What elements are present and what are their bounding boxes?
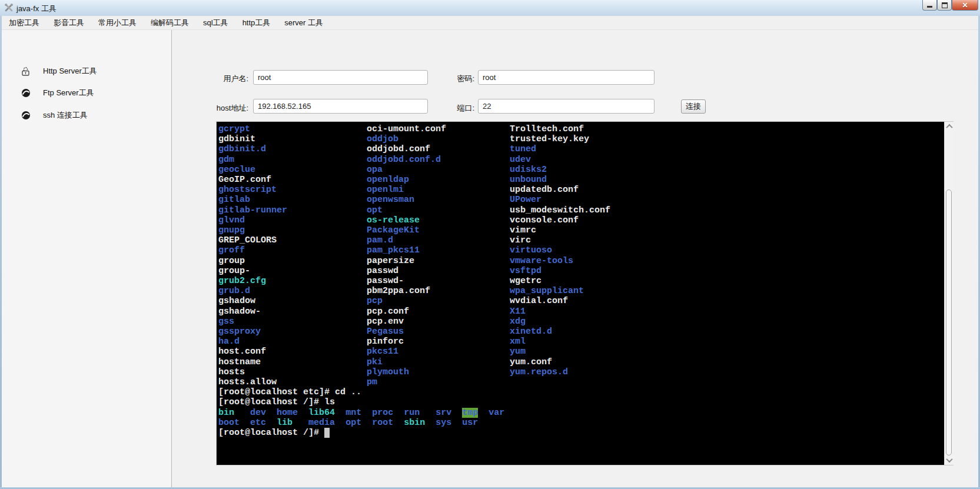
terminal-line: group papersize vmware-tools (218, 256, 943, 266)
terminal-line: gdbinit oddjob trusted-key.key (218, 134, 943, 144)
menu-item-6[interactable]: http工具 (235, 16, 278, 29)
title-bar: java-fx 工具 ✕ (0, 0, 980, 16)
terminal-scrollbar[interactable] (944, 122, 954, 465)
terminal-line: groff pam_pkcs11 virtuoso (218, 245, 943, 255)
password-input[interactable] (478, 70, 655, 85)
terminal-line: ha.d pinforc xml (218, 337, 943, 347)
terminal-panel: gcrypt oci-umount.conf Trolltech.confgdb… (216, 121, 954, 465)
terminal-line: gssproxy Pegasus xinetd.d (218, 327, 943, 337)
terminal-line: group- passwd vsftpd (218, 266, 943, 276)
terminal-line: hosts plymouth yum.repos.d (218, 367, 943, 377)
tools-icon (4, 3, 14, 12)
close-icon: ✕ (962, 1, 968, 10)
menu-item-2[interactable]: 影音工具 (46, 16, 91, 29)
connect-button[interactable]: 连接 (681, 99, 706, 114)
menu-item-5[interactable]: sql工具 (196, 16, 235, 29)
menu-bar: 加密工具影音工具常用小工具编解码工具sql工具http工具server 工具 (2, 16, 978, 30)
sidebar-item-ftp-server[interactable]: Ftp Server工具 (2, 85, 171, 101)
terminal-line: gshadow- pcp.conf X11 (218, 307, 943, 317)
minimize-button[interactable] (922, 0, 937, 11)
terminal-line: gshadow pcp wvdial.conf (218, 296, 943, 306)
sidebar-item-label: ssh 连接工具 (43, 110, 88, 121)
terminal-line: gcrypt oci-umount.conf Trolltech.conf (218, 124, 943, 134)
menu-item-3[interactable]: 常用小工具 (91, 16, 144, 29)
maximize-button[interactable] (937, 0, 952, 11)
menu-item-1[interactable]: 加密工具 (2, 16, 46, 29)
sidebar-item-http-server[interactable]: Http Server工具 (2, 64, 171, 79)
globe-icon (21, 88, 31, 98)
terminal-line: GeoIP.conf openldap unbound (218, 175, 943, 185)
terminal-cursor (324, 428, 330, 438)
app-window: java-fx 工具 ✕ 加密工具影音工具常用小工具编解码工具sql工具http… (0, 0, 980, 489)
scroll-down-button[interactable] (945, 455, 954, 465)
menu-item-7[interactable]: server 工具 (277, 16, 330, 29)
terminal-line: [root@localhost /]# ls (218, 397, 943, 407)
terminal-line: gitlab-runner opt usb_modeswitch.conf (218, 205, 943, 215)
terminal-line: grub2.cfg passwd- wgetrc (218, 276, 943, 286)
scroll-up-button[interactable] (945, 122, 954, 131)
terminal-line: gnupg PackageKit vimrc (218, 225, 943, 235)
window-title: java-fx 工具 (16, 4, 57, 14)
scrollbar-thumb[interactable] (946, 189, 952, 455)
username-input[interactable] (253, 70, 428, 85)
terminal-line: gitlab openwsman UPower (218, 195, 943, 205)
terminal-line: glvnd os-release vconsole.conf (218, 215, 943, 225)
close-button[interactable]: ✕ (952, 0, 978, 11)
sidebar-item-label: Ftp Server工具 (43, 88, 94, 98)
terminal-line: gdm oddjobd.conf.d udev (218, 155, 943, 165)
port-input[interactable] (478, 99, 655, 114)
terminal-line: bin dev home lib64 mnt proc run srv tmp … (218, 408, 943, 418)
terminal-line: grub.d pbm2ppa.conf wpa_supplicant (218, 286, 943, 296)
sidebar: Http Server工具 Ftp Server工具 ssh 连接工具 (2, 30, 171, 487)
terminal-line: gss pcp.env xdg (218, 317, 943, 327)
terminal-line: ghostscript openlmi updatedb.conf (218, 185, 943, 195)
password-label: 密码: (445, 74, 474, 84)
host-label: host地址: (207, 103, 248, 114)
terminal-line: host.conf pkcs11 yum (218, 347, 943, 357)
host-input[interactable] (253, 99, 428, 114)
username-label: 用户名: (207, 74, 248, 84)
sidebar-divider (171, 30, 172, 487)
terminal-line: boot etc lib media opt root sbin sys usr (218, 418, 943, 428)
port-label: 端口: (445, 103, 474, 114)
chevron-down-icon (946, 456, 952, 463)
terminal-line: gdbinit.d oddjobd.conf tuned (218, 144, 943, 154)
terminal-line: GREP_COLORS pam.d virc (218, 235, 943, 245)
terminal-line: geoclue opa udisks2 (218, 165, 943, 175)
terminal-line: [root@localhost etc]# cd .. (218, 387, 943, 397)
sidebar-item-ssh[interactable]: ssh 连接工具 (2, 108, 171, 123)
terminal-line: hostname pki yum.conf (218, 357, 943, 367)
lock-icon (21, 66, 31, 76)
sidebar-item-label: Http Server工具 (43, 66, 97, 76)
globe-icon (21, 111, 31, 121)
chevron-up-icon (946, 124, 952, 131)
terminal-line: hosts.allow pm (218, 377, 943, 387)
minimize-icon (927, 6, 932, 8)
menu-item-4[interactable]: 编解码工具 (144, 16, 196, 29)
terminal-line: [root@localhost /]# (218, 428, 943, 438)
maximize-icon (942, 2, 948, 8)
terminal-output[interactable]: gcrypt oci-umount.conf Trolltech.confgdb… (217, 122, 943, 465)
